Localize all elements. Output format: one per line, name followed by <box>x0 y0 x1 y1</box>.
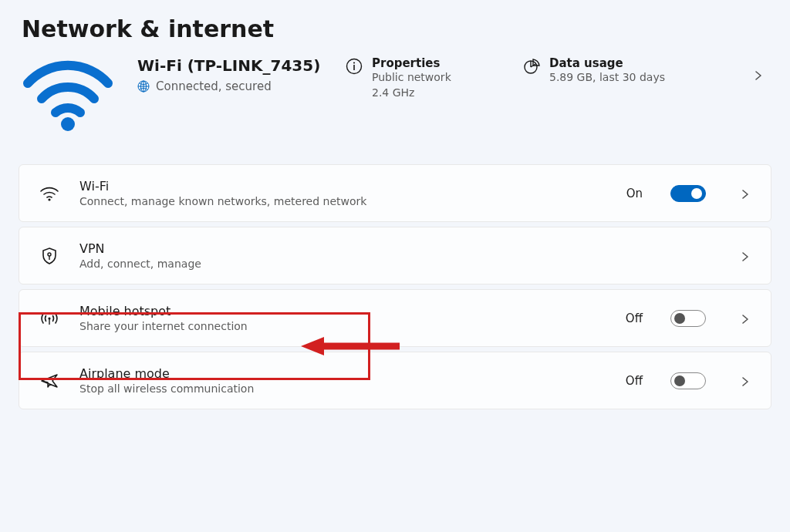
settings-list: Wi-Fi Connect, manage known networks, me… <box>0 164 790 409</box>
wifi-toggle[interactable] <box>670 185 706 202</box>
info-icon <box>346 58 363 75</box>
wifi-state-label: On <box>626 187 643 200</box>
properties-line1: Public network <box>372 70 451 86</box>
airplane-toggle[interactable] <box>670 372 706 389</box>
globe-icon <box>137 80 150 93</box>
wifi-large-icon <box>22 56 114 133</box>
data-usage-block[interactable]: Data usage 5.89 GB, last 30 days <box>523 56 677 86</box>
hero-expand[interactable] <box>739 56 768 93</box>
network-status: Connected, secured <box>156 79 272 93</box>
network-summary: Wi-Fi (TP-LINK_7435) Connected, secured <box>137 56 322 93</box>
svg-point-0 <box>61 117 75 131</box>
chevron-right-icon <box>740 188 751 199</box>
shield-key-icon <box>39 246 59 266</box>
svg-point-4 <box>353 62 355 63</box>
hotspot-icon <box>39 308 59 328</box>
data-usage-title: Data usage <box>549 56 665 70</box>
chevron-right-icon <box>740 375 751 386</box>
pie-chart-icon <box>523 58 540 75</box>
hotspot-title: Mobile hotspot <box>79 304 606 318</box>
page-title: Network & internet <box>0 15 790 56</box>
wifi-subtitle: Connect, manage known networks, metered … <box>79 195 606 207</box>
chevron-right-icon <box>740 251 751 261</box>
svg-rect-11 <box>49 318 49 325</box>
vpn-row[interactable]: VPN Add, connect, manage <box>19 227 771 285</box>
mobile-hotspot-row[interactable]: Mobile hotspot Share your internet conne… <box>19 289 771 347</box>
airplane-mode-row[interactable]: Airplane mode Stop all wireless communic… <box>19 352 771 409</box>
airplane-state-label: Off <box>626 374 643 388</box>
network-name: Wi-Fi (TP-LINK_7435) <box>137 56 322 75</box>
svg-rect-5 <box>353 65 355 70</box>
vpn-subtitle: Add, connect, manage <box>79 258 706 270</box>
hotspot-state-label: Off <box>626 311 643 325</box>
properties-line2: 2.4 GHz <box>372 86 451 101</box>
chevron-right-icon <box>740 313 751 324</box>
chevron-right-icon <box>753 69 764 80</box>
vpn-title: VPN <box>79 241 706 256</box>
properties-block[interactable]: Properties Public network 2.4 GHz <box>346 56 500 100</box>
svg-point-7 <box>48 198 50 200</box>
properties-title: Properties <box>372 56 451 70</box>
wifi-title: Wi-Fi <box>79 179 606 194</box>
hotspot-subtitle: Share your internet connection <box>79 320 606 332</box>
wifi-icon <box>39 184 59 204</box>
svg-rect-9 <box>49 256 49 260</box>
hotspot-toggle[interactable] <box>670 310 706 327</box>
svg-point-8 <box>48 253 51 256</box>
network-hero: Wi-Fi (TP-LINK_7435) Connected, secured … <box>0 56 790 164</box>
wifi-row[interactable]: Wi-Fi Connect, manage known networks, me… <box>19 164 771 222</box>
airplane-icon <box>39 371 59 391</box>
airplane-subtitle: Stop all wireless communication <box>79 382 606 395</box>
airplane-title: Airplane mode <box>79 366 606 381</box>
data-usage-value: 5.89 GB, last 30 days <box>549 70 665 86</box>
